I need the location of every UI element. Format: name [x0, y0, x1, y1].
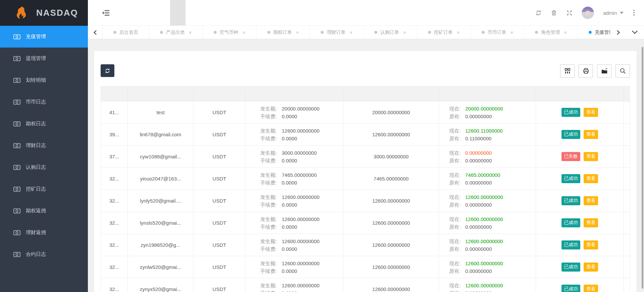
- more-menu-icon[interactable]: [633, 9, 635, 16]
- sidebar-item[interactable]: 认购日志: [0, 156, 88, 178]
- columns-filter-button[interactable]: [560, 64, 575, 78]
- collapse-sidebar-icon[interactable]: [102, 10, 110, 16]
- cell-user: yinuo2047@163...: [128, 168, 194, 190]
- sidebar-item[interactable]: 期权日志: [0, 113, 88, 135]
- column-header: [246, 86, 343, 101]
- tabs-dropdown-button[interactable]: [625, 26, 644, 39]
- wallet-now-value: 12600.11000000: [465, 127, 503, 135]
- tabs-scroll-left-button[interactable]: [88, 26, 103, 39]
- sidebar-item[interactable]: 期权返佣: [0, 200, 88, 222]
- tab-close-icon[interactable]: ×: [511, 30, 514, 35]
- sidebar-item[interactable]: 币币日志: [0, 91, 88, 113]
- tab-label: 认购订单: [380, 29, 399, 35]
- cell-coin: USDT: [194, 124, 246, 146]
- sidebar-item[interactable]: 理财返佣: [0, 222, 88, 243]
- cell-amount: 发生额:3000.00000000 手续费:0.0000: [246, 146, 343, 168]
- topnav-item[interactable]: [155, 0, 170, 25]
- fullscreen-icon[interactable]: [566, 10, 573, 16]
- status-badge: 已成功: [561, 196, 581, 205]
- wallet-now-label: 现在:: [449, 105, 465, 113]
- table-row: 32... zynyx520@gmai... USDT 发生额:12600.00…: [101, 278, 630, 292]
- cell-wallet: 现在:0.00000000 原有:0.00000000: [439, 146, 536, 168]
- tab-close-icon[interactable]: ×: [403, 30, 406, 35]
- topnav-item[interactable]: [170, 0, 185, 25]
- tab[interactable]: 期权订单 ×: [257, 26, 310, 39]
- tab[interactable]: 币币订单 ×: [471, 26, 525, 39]
- status-badge: 已成功: [561, 218, 581, 227]
- amount-value: 3000.00000000: [282, 149, 317, 157]
- view-button[interactable]: 查看: [584, 174, 598, 183]
- wallet-old-value: 0.00000000: [465, 245, 492, 253]
- sidebar-item[interactable]: 合约日志: [0, 243, 88, 265]
- status-badge: 已成功: [561, 108, 581, 117]
- main-area: admin 后台首页 × 产品分类 × 空气币种 × 期权订单 × 理财订单 ×…: [88, 0, 644, 292]
- wallet-now-label: 现在:: [449, 171, 465, 179]
- sidebar-item-label: 理财日志: [26, 142, 46, 149]
- topnav-item[interactable]: [201, 0, 216, 25]
- tab-dot-icon: [374, 31, 377, 34]
- topnav-item[interactable]: [139, 0, 155, 25]
- money-icon: [13, 252, 20, 257]
- table-refresh-button[interactable]: [101, 64, 114, 77]
- tabs-scroll-right-button[interactable]: [610, 26, 625, 39]
- view-button[interactable]: 查看: [584, 218, 598, 227]
- sidebar-item[interactable]: 提现管理: [0, 48, 88, 69]
- view-button[interactable]: 查看: [584, 263, 598, 271]
- user-menu[interactable]: admin: [603, 10, 624, 16]
- cell-coin: USDT: [194, 146, 246, 168]
- table-row: 32... zyn1986520@g... USDT 发生额:12600.000…: [101, 234, 630, 256]
- sidebar-item[interactable]: 划转明细: [0, 69, 88, 91]
- sidebar-item[interactable]: 充值管理: [0, 26, 88, 48]
- tab-label: 充值管理: [595, 29, 610, 35]
- tab[interactable]: 角色管理 ×: [524, 26, 578, 39]
- tab[interactable]: 后台首页 ×: [103, 26, 149, 39]
- print-button[interactable]: [579, 64, 593, 78]
- cell-status: 已成功 查看: [536, 101, 624, 124]
- sidebar-item[interactable]: 理财日志: [0, 135, 88, 156]
- sidebar-item[interactable]: 挖矿日志: [0, 178, 88, 200]
- tab[interactable]: 产品分类 ×: [149, 26, 203, 39]
- tab-close-icon[interactable]: ×: [189, 30, 192, 35]
- tab-dot-icon: [589, 31, 592, 34]
- tab-close-icon[interactable]: ×: [296, 30, 299, 35]
- tab[interactable]: 充值管理 ×: [578, 26, 610, 39]
- search-button[interactable]: [615, 64, 630, 78]
- tab-close-icon[interactable]: ×: [350, 30, 353, 35]
- view-button[interactable]: 查看: [584, 130, 598, 139]
- tab-close-icon[interactable]: ×: [564, 30, 567, 35]
- user-avatar[interactable]: [582, 7, 594, 19]
- topbar: admin: [88, 0, 644, 26]
- wallet-old-value: 0.00000000: [465, 267, 492, 275]
- tab[interactable]: 空气币种 ×: [203, 26, 257, 39]
- table-row: 32... lynly520@gmail.... USDT 发生额:12600.…: [101, 190, 630, 212]
- cell-wallet: 现在:12600.00000000 原有:0.00000000: [439, 278, 536, 292]
- tab[interactable]: 理财订单 ×: [310, 26, 364, 39]
- status-badge: 已成功: [561, 240, 581, 249]
- sidebar-menu: 充值管理 提现管理 划转明细 币币日志 期权日志: [0, 26, 88, 265]
- tab-close-icon[interactable]: ×: [243, 30, 246, 35]
- cell-actual-change: 12600.00000000: [343, 234, 439, 256]
- search-icon: [620, 68, 626, 74]
- topnav-item[interactable]: [124, 0, 139, 25]
- sidebar-item-label: 合约日志: [26, 251, 46, 258]
- tab-close-icon[interactable]: ×: [457, 30, 460, 35]
- view-button[interactable]: 查看: [584, 240, 598, 249]
- wallet-now-label: 现在:: [449, 237, 465, 245]
- cell-status: 已成功 查看: [536, 190, 624, 212]
- view-button[interactable]: 查看: [584, 285, 598, 292]
- view-button[interactable]: 查看: [584, 108, 598, 117]
- trash-icon[interactable]: [551, 10, 557, 16]
- tab[interactable]: 挖矿订单 ×: [417, 26, 471, 39]
- fee-label: 手续费:: [260, 135, 282, 142]
- refresh-icon[interactable]: [535, 10, 542, 16]
- cell-id: 32...: [101, 168, 128, 190]
- tab[interactable]: 认购订单 ×: [364, 26, 417, 39]
- amount-label: 发生额:: [260, 282, 282, 289]
- vertical-scrollbar[interactable]: [642, 47, 643, 289]
- export-button[interactable]: [597, 64, 611, 78]
- view-button[interactable]: 查看: [584, 152, 598, 161]
- column-header: [439, 86, 536, 101]
- topnav-item[interactable]: [185, 0, 201, 25]
- wallet-old-value: 0.00000000: [465, 289, 492, 292]
- view-button[interactable]: 查看: [584, 196, 598, 205]
